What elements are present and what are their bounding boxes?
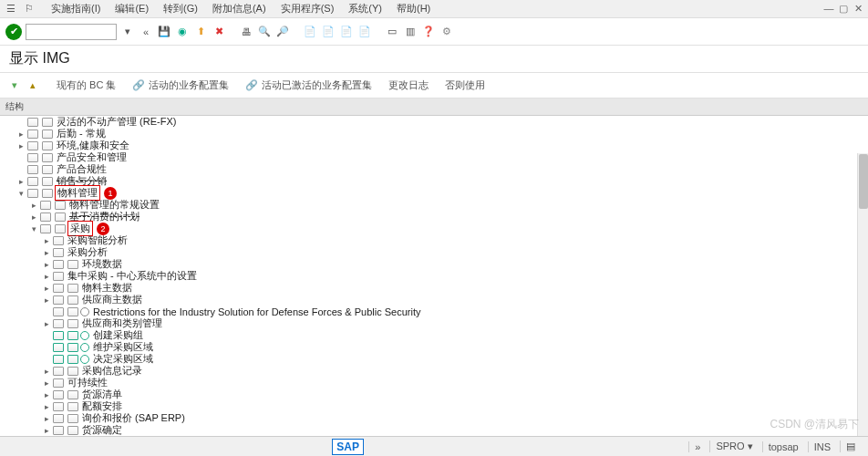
doc-icon[interactable] xyxy=(53,295,64,305)
activity-icon[interactable] xyxy=(80,331,89,340)
doc-icon[interactable] xyxy=(67,260,78,269)
tree-row[interactable]: ▸货源清单 xyxy=(0,389,868,400)
activated-config-link[interactable]: 活动已激活的业务配置集 xyxy=(262,78,372,92)
expander-icon[interactable]: ▸ xyxy=(16,130,26,139)
cancel-icon[interactable]: ✖ xyxy=(212,25,226,39)
doc-icon[interactable] xyxy=(67,307,78,316)
tree-row[interactable]: 产品安全和管理 xyxy=(0,151,868,163)
change-log-link[interactable]: 更改日志 xyxy=(388,78,429,92)
settings-icon[interactable]: ⚙ xyxy=(439,25,454,39)
expander-icon[interactable]: ▾ xyxy=(16,189,26,198)
expander-icon[interactable]: ▸ xyxy=(42,390,51,399)
tree-row[interactable]: ▸供应商主数据 xyxy=(0,294,868,306)
doc-icon[interactable] xyxy=(53,355,64,364)
other-use-link[interactable]: 否则使用 xyxy=(445,78,485,92)
page-icon[interactable]: 📄 xyxy=(321,25,336,39)
doc-icon[interactable] xyxy=(27,118,38,127)
expander-icon[interactable]: ▾ xyxy=(29,224,38,233)
doc-icon[interactable] xyxy=(40,212,51,222)
doc-icon[interactable] xyxy=(67,402,78,411)
back-icon[interactable]: ⬆ xyxy=(193,25,208,39)
expand-icon[interactable]: ▾ xyxy=(7,78,22,93)
activity-icon[interactable] xyxy=(80,355,89,364)
menu-item[interactable]: 附加信息(A) xyxy=(205,2,274,16)
status-expand[interactable]: » xyxy=(688,441,706,452)
doc-icon[interactable] xyxy=(53,236,64,245)
doc-icon[interactable] xyxy=(53,248,64,257)
doc-icon[interactable] xyxy=(53,331,64,340)
doc-icon[interactable] xyxy=(42,165,53,174)
doc-icon[interactable] xyxy=(42,118,53,127)
expander-icon[interactable]: ▸ xyxy=(42,319,51,328)
print-icon[interactable]: 🖶 xyxy=(239,25,253,39)
expander-icon[interactable]: ▸ xyxy=(16,177,26,186)
doc-icon[interactable] xyxy=(27,141,38,150)
menu-item[interactable]: 转到(G) xyxy=(156,2,205,16)
screen-icon[interactable]: ▭ xyxy=(385,25,399,39)
menu-item[interactable]: 实用程序(S) xyxy=(274,2,342,16)
doc-icon[interactable] xyxy=(53,414,64,423)
tree-row[interactable]: ▸环境,健康和安全 xyxy=(0,140,868,151)
expander-icon[interactable]: ▸ xyxy=(42,414,51,423)
enter-icon[interactable]: ✔ xyxy=(5,24,22,40)
menu-item[interactable]: 实施指南(I) xyxy=(44,2,108,16)
tree-row[interactable]: ▸询价和报价 (SAP ERP) xyxy=(0,412,868,424)
doc-icon[interactable] xyxy=(67,390,78,399)
active-config-link[interactable]: 活动的业务配置集 xyxy=(149,78,229,92)
status-tcode[interactable]: SPRO ▾ xyxy=(709,440,758,452)
page3-icon[interactable]: 📄 xyxy=(357,25,372,39)
tree-row[interactable]: 灵活的不动产管理 (RE-FX) xyxy=(0,116,868,128)
expander-icon[interactable]: ▸ xyxy=(42,260,51,269)
tree-row[interactable]: ▸采购分析 xyxy=(0,246,868,258)
doc-icon[interactable] xyxy=(67,319,78,328)
doc-icon[interactable] xyxy=(27,130,38,139)
doc-icon[interactable] xyxy=(67,284,78,293)
doc-icon[interactable] xyxy=(42,153,53,162)
expander-icon[interactable]: ▸ xyxy=(42,295,51,305)
doc-icon[interactable] xyxy=(42,141,53,150)
doc-icon[interactable] xyxy=(53,284,64,293)
doc-icon[interactable] xyxy=(67,355,78,364)
tree-row[interactable]: ▸后勤 - 常规 xyxy=(0,128,868,140)
activity-icon[interactable] xyxy=(80,343,89,352)
expander-icon[interactable]: ▸ xyxy=(42,367,51,376)
tree-row[interactable]: ▸采购智能分析 xyxy=(0,234,868,246)
scrollbar[interactable] xyxy=(857,153,868,436)
doc-icon[interactable] xyxy=(53,390,64,399)
doc-icon[interactable] xyxy=(53,260,64,269)
doc-icon[interactable] xyxy=(53,402,64,411)
doc-icon[interactable] xyxy=(53,426,64,435)
doc-icon[interactable] xyxy=(53,307,64,316)
expander-icon[interactable]: ▸ xyxy=(42,402,51,411)
find-next-icon[interactable]: 🔎 xyxy=(275,25,290,39)
minimize-icon[interactable]: — xyxy=(822,3,835,15)
doc-icon[interactable] xyxy=(42,189,53,198)
doc-icon[interactable] xyxy=(55,201,66,210)
layout-icon[interactable]: ▥ xyxy=(403,25,418,39)
help-icon[interactable]: ❓ xyxy=(421,25,436,39)
collapse-icon[interactable]: ▴ xyxy=(26,78,40,93)
doc-icon[interactable] xyxy=(53,378,64,388)
tree-row[interactable]: 产品合规性 xyxy=(0,163,868,175)
expander-icon[interactable]: ▸ xyxy=(42,248,51,257)
circle-icon[interactable]: ◉ xyxy=(175,25,190,39)
page2-icon[interactable]: 📄 xyxy=(339,25,354,39)
expander-icon[interactable]: ▸ xyxy=(29,212,38,222)
doc-icon[interactable] xyxy=(67,414,78,423)
doc-icon[interactable] xyxy=(53,319,64,328)
bc-set-link[interactable]: 现有的 BC 集 xyxy=(57,78,116,92)
find-icon[interactable]: 🔍 xyxy=(257,25,272,39)
menu-icon[interactable]: ☰ xyxy=(4,2,18,16)
doc-icon[interactable] xyxy=(27,177,38,186)
close-icon[interactable]: ✕ xyxy=(852,3,864,15)
new-page-icon[interactable]: 📄 xyxy=(303,25,317,39)
expander-icon[interactable]: ▸ xyxy=(16,141,26,150)
tree-row[interactable]: ▸基于消费的计划 xyxy=(0,211,868,223)
tree-row[interactable]: ▸销售与分销 xyxy=(0,175,868,187)
activity-icon[interactable] xyxy=(80,307,89,316)
doc-icon[interactable] xyxy=(53,272,64,281)
save-icon[interactable]: 💾 xyxy=(157,25,171,39)
doc-icon[interactable] xyxy=(55,212,66,222)
doc-icon[interactable] xyxy=(42,177,53,186)
doc-icon[interactable] xyxy=(40,201,51,210)
